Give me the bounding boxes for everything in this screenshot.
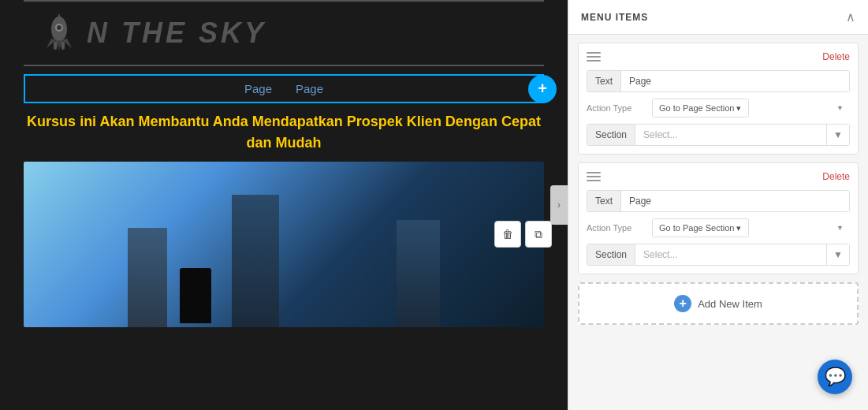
menu-item-top-2: Delete — [587, 171, 850, 182]
section-label-btn-2[interactable]: Section — [587, 244, 635, 265]
delete-button-2[interactable]: Delete — [822, 171, 850, 182]
logo-text: N THE SKY — [87, 17, 266, 50]
page-input-1[interactable] — [621, 71, 849, 91]
nav-item-2[interactable]: Page — [296, 82, 323, 95]
building-right — [397, 220, 440, 328]
nav-item-1[interactable]: Page — [244, 82, 272, 95]
nav-plus-button[interactable]: + — [528, 75, 557, 103]
menu-items-title: MENU ITEMS — [581, 12, 648, 23]
building-image — [24, 162, 544, 327]
building-silhouette — [24, 162, 544, 327]
rocket-icon — [39, 9, 79, 57]
drag-handle-1[interactable] — [587, 52, 601, 62]
action-type-label-1: Action Type — [587, 103, 646, 113]
action-type-label-2: Action Type — [587, 223, 646, 233]
copy-item-button[interactable]: ⧉ — [525, 221, 552, 248]
text-page-row-2: Text — [587, 190, 850, 212]
action-select-wrapper-1: Go to Page Section ▾ — [652, 99, 850, 117]
menu-items-header: MENU ITEMS ∧ — [568, 0, 868, 35]
action-select-wrapper-2: Go to Page Section ▾ — [652, 218, 850, 237]
drag-handle-2[interactable] — [587, 172, 601, 181]
add-icon: + — [674, 295, 691, 312]
menu-item-card-1: Delete Text Action Type Go to Page Secti… — [578, 43, 859, 155]
building-center — [232, 195, 279, 327]
action-type-select-2[interactable]: Go to Page Section ▾ — [652, 218, 749, 237]
section-arrow-2[interactable]: ▼ — [826, 244, 849, 265]
add-new-item-button[interactable]: + Add New Item — [578, 282, 859, 325]
action-row-1: Action Type Go to Page Section ▾ — [587, 99, 850, 117]
section-label-btn-1[interactable]: Section — [587, 125, 635, 145]
add-new-label: Add New Item — [698, 298, 762, 310]
headline-text: Kursus ini Akan Membantu Anda Mendapatka… — [24, 111, 544, 154]
menu-item-top-1: Delete — [587, 51, 850, 62]
collapse-button[interactable]: ∧ — [846, 9, 855, 24]
svg-rect-9 — [61, 42, 65, 50]
section-arrow-1[interactable]: ▼ — [826, 125, 849, 145]
right-panel: MENU ITEMS ∧ Delete Text Action Type Go … — [568, 0, 868, 410]
section-row-2: Section Select... ▼ — [587, 244, 850, 266]
logo-container: N THE SKY — [24, 0, 544, 66]
text-label-btn-2[interactable]: Text — [587, 191, 621, 211]
nav-bar: Page Page + — [24, 74, 544, 103]
chat-button[interactable]: 💬 — [818, 360, 852, 394]
delete-item-button[interactable]: 🗑 — [494, 221, 521, 248]
building-left — [128, 228, 167, 327]
nav-action-buttons: 🗑 ⧉ — [494, 221, 552, 248]
delete-button-1[interactable]: Delete — [822, 51, 850, 62]
side-toggle[interactable]: › — [550, 185, 568, 225]
menu-item-card-2: Delete Text Action Type Go to Page Secti… — [578, 162, 859, 274]
section-row-1: Section Select... ▼ — [587, 124, 850, 146]
text-page-row-1: Text — [587, 70, 850, 92]
person-figure — [180, 268, 211, 323]
left-panel: N THE SKY Page Page + 🗑 ⧉ Kursus ini Aka… — [0, 0, 568, 410]
section-select-2[interactable]: Select... — [635, 244, 826, 265]
page-input-2[interactable] — [621, 191, 849, 211]
action-type-select-1[interactable]: Go to Page Section ▾ — [652, 99, 749, 117]
section-select-1[interactable]: Select... — [635, 125, 826, 145]
svg-point-3 — [57, 25, 61, 30]
text-label-btn-1[interactable]: Text — [587, 71, 621, 91]
svg-rect-8 — [54, 42, 57, 50]
action-row-2: Action Type Go to Page Section ▾ — [587, 218, 850, 237]
